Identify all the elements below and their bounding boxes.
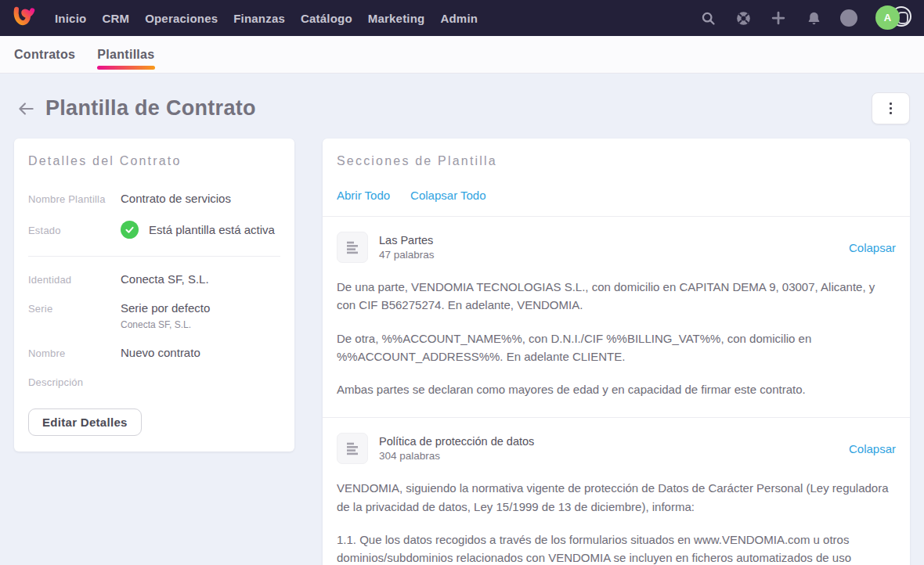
page-content: Detalles del Contrato Nombre Plantilla C…: [0, 139, 924, 565]
collapse-section-link[interactable]: Colapsar: [849, 241, 896, 254]
tab-plantillas-label: Plantillas: [97, 48, 154, 62]
text-section-icon: [337, 433, 368, 464]
tab-contratos[interactable]: Contratos: [14, 36, 75, 73]
field-label: Estado: [28, 221, 121, 236]
help-lifebuoy-icon[interactable]: [735, 9, 752, 27]
section-paragraph: 1.1. Que los datos recogidos a través de…: [337, 531, 893, 565]
field-label: Serie: [28, 301, 121, 315]
active-tab-underline: [97, 66, 154, 70]
field-value: Serie por defecto: [121, 301, 210, 315]
more-options-button[interactable]: [872, 92, 910, 124]
sections-toolbar: Abrir Todo Colapsar Todo: [337, 189, 896, 216]
section-head-text: Política de protección de datos 304 pala…: [379, 435, 534, 462]
section-head-text: Las Partes 47 palabras: [379, 234, 435, 261]
section-paragraph: Ambas partes se declaran como mayores de…: [337, 380, 893, 398]
module-tab-bar: Contratos Plantillas: [0, 36, 924, 74]
section-title: Las Partes: [379, 234, 435, 247]
template-section: Política de protección de datos 304 pala…: [337, 433, 896, 565]
status-circle-icon[interactable]: [840, 9, 857, 27]
section-body: De una parte, VENDOMIA TECNOLOGIAS S.L.,…: [337, 278, 896, 417]
field-descripcion: Descripción: [28, 375, 280, 388]
nav-item-finanzas[interactable]: Finanzas: [233, 12, 285, 25]
field-label: Descripción: [28, 375, 121, 388]
field-serie: Serie Serie por defecto Conecta SF, S.L.: [28, 301, 280, 330]
back-arrow-icon[interactable]: [14, 97, 38, 121]
nav-item-marketing[interactable]: Marketing: [368, 12, 425, 25]
section-title: Política de protección de datos: [379, 435, 534, 448]
section-body: VENDOMIA, siguiendo la normativa vigente…: [337, 479, 896, 565]
field-label: Nombre: [28, 346, 121, 359]
field-label: Identidad: [28, 272, 121, 286]
sections-card-title: Secciones de Plantilla: [337, 154, 896, 168]
notifications-bell-icon[interactable]: [805, 9, 822, 27]
nav-item-catalogo[interactable]: Catálogo: [301, 12, 352, 25]
nav-item-inicio[interactable]: Inicio: [55, 12, 86, 25]
search-icon[interactable]: [699, 9, 716, 27]
open-all-link[interactable]: Abrir Todo: [337, 189, 390, 202]
template-section: Las Partes 47 palabras Colapsar De una p…: [337, 232, 896, 417]
field-estado: Estado Está plantilla está activa: [28, 221, 280, 239]
details-card-title: Detalles del Contrato: [28, 154, 280, 168]
nav-item-crm[interactable]: CRM: [102, 12, 129, 25]
nav-item-operaciones[interactable]: Operaciones: [145, 12, 218, 25]
topbar-actions: A: [699, 5, 913, 31]
kebab-dot: [890, 112, 893, 115]
nav-item-admin[interactable]: Admin: [440, 12, 478, 25]
field-nombre-plantilla: Nombre Plantilla Contrato de servicios: [28, 192, 280, 205]
section-word-count: 47 palabras: [379, 249, 435, 261]
main-nav: Inicio CRM Operaciones Finanzas Catálogo…: [55, 12, 478, 25]
template-sections-card: Secciones de Plantilla Abrir Todo Colaps…: [323, 139, 910, 565]
page-header: Plantilla de Contrato: [0, 74, 924, 139]
section-header: Política de protección de datos 304 pala…: [337, 433, 896, 464]
status-active-check-icon: [121, 221, 139, 239]
collapse-section-link[interactable]: Colapsar: [849, 442, 896, 455]
section-word-count: 304 palabras: [379, 450, 534, 462]
top-navigation-bar: Inicio CRM Operaciones Finanzas Catálogo…: [0, 0, 924, 36]
text-section-icon: [337, 232, 368, 263]
tab-contratos-label: Contratos: [14, 48, 75, 62]
section-paragraph: De una parte, VENDOMIA TECNOLOGIAS S.L.,…: [337, 278, 893, 315]
field-nombre: Nombre Nuevo contrato: [28, 346, 280, 359]
user-avatar[interactable]: A: [875, 5, 900, 30]
sections-divider: [323, 216, 910, 217]
field-value: Conecta SF, S.L.: [121, 272, 209, 286]
collapse-all-link[interactable]: Colapsar Todo: [410, 189, 485, 202]
section-paragraph: De otra, %%ACCOUNT_NAME%%, con D.N.I./CI…: [337, 329, 893, 366]
field-value: Contrato de servicios: [121, 192, 231, 205]
contract-details-card: Detalles del Contrato Nombre Plantilla C…: [14, 139, 294, 452]
status-value: Está plantilla está activa: [121, 221, 275, 239]
section-header: Las Partes 47 palabras Colapsar: [337, 232, 896, 263]
kebab-dot: [890, 103, 893, 106]
field-identidad: Identidad Conecta SF, S.L.: [28, 272, 280, 286]
avatar-cluster: A: [875, 5, 913, 31]
status-circle: [840, 9, 857, 27]
kebab-dot: [890, 107, 893, 110]
field-subvalue: Conecta SF, S.L.: [121, 319, 210, 330]
vendomia-logo[interactable]: [8, 2, 39, 34]
details-divider: [28, 256, 280, 257]
edit-details-button[interactable]: Editar Detalles: [28, 408, 142, 436]
add-plus-icon[interactable]: [770, 9, 787, 27]
tab-plantillas[interactable]: Plantillas: [97, 36, 154, 73]
page-title: Plantilla de Contrato: [45, 96, 256, 121]
field-value: Nuevo contrato: [121, 346, 200, 359]
sections-divider: [323, 417, 910, 418]
section-paragraph: VENDOMIA, siguiendo la normativa vigente…: [337, 479, 893, 516]
field-label: Nombre Plantilla: [28, 192, 121, 205]
logo-icon: [9, 4, 38, 32]
status-text: Está plantilla está activa: [149, 223, 275, 236]
